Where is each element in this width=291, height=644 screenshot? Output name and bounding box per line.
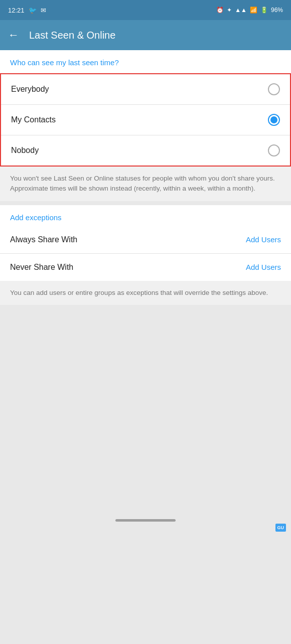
always-share-label: Always Share With [10, 235, 77, 244]
radio-btn-mycontacts[interactable] [268, 114, 280, 126]
radio-item-mycontacts[interactable]: My Contacts [1, 105, 290, 135]
exceptions-heading: Add exceptions [0, 205, 291, 226]
alarm-icon: ⏰ [216, 7, 224, 14]
exceptions-info-text: You can add users or entire groups as ex… [0, 281, 291, 305]
page-title: Last Seen & Online [29, 30, 115, 41]
bluetooth-icon: ✦ [227, 7, 232, 14]
bottom-bar: GU [0, 506, 291, 536]
visibility-radio-group: Everybody My Contacts Nobody [0, 73, 291, 167]
status-bar-right: ⏰ ✦ ▲▲ 📶 🔋 96% [216, 7, 283, 14]
wifi-icon: 📶 [250, 7, 257, 14]
status-bar: 12:21 🐦 ✉ ⏰ ✦ ▲▲ 📶 🔋 96% [0, 0, 291, 20]
radio-item-everybody[interactable]: Everybody [1, 74, 290, 105]
status-bar-left: 12:21 🐦 ✉ [8, 7, 46, 14]
signal-icon: ▲▲ [235, 7, 247, 14]
radio-label-everybody: Everybody [11, 85, 49, 94]
never-share-add-users-button[interactable]: Add Users [246, 263, 281, 271]
battery-icon: 🔋 [260, 7, 268, 14]
visibility-info-text: You won't see Last Seen or Online status… [0, 167, 291, 201]
section-divider [0, 201, 291, 205]
never-share-row: Never Share With Add Users [0, 254, 291, 281]
radio-label-mycontacts: My Contacts [11, 115, 56, 124]
watermark: GU [275, 524, 286, 532]
empty-area [0, 305, 291, 506]
battery-percent: 96% [271, 7, 283, 14]
radio-btn-nobody[interactable] [268, 144, 280, 156]
app-header: ← Last Seen & Online [0, 20, 291, 50]
radio-label-nobody: Nobody [11, 146, 39, 155]
always-share-add-users-button[interactable]: Add Users [246, 235, 281, 244]
back-button[interactable]: ← [8, 29, 19, 42]
exceptions-section: Add exceptions Always Share With Add Use… [0, 205, 291, 281]
who-can-see-label: Who can see my last seen time? [10, 58, 119, 67]
mail-icon: ✉ [41, 7, 46, 14]
never-share-label: Never Share With [10, 263, 73, 272]
status-time: 12:21 [8, 7, 25, 14]
radio-item-nobody[interactable]: Nobody [1, 135, 290, 166]
twitter-icon: 🐦 [29, 7, 37, 14]
exceptions-label: Add exceptions [10, 213, 62, 222]
home-indicator [115, 519, 176, 522]
always-share-row: Always Share With Add Users [0, 226, 291, 254]
radio-btn-everybody[interactable] [268, 83, 280, 95]
who-can-see-section: Who can see my last seen time? [0, 50, 291, 73]
